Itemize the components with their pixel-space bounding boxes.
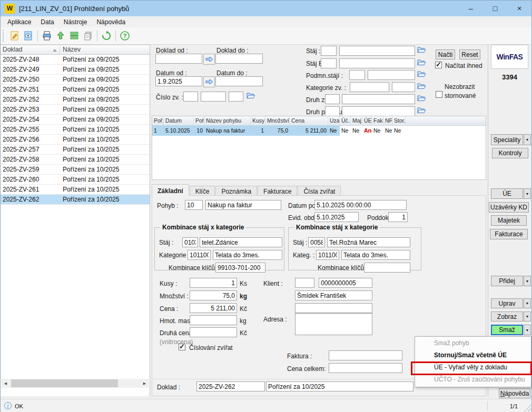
pohyb-name-input[interactable] — [205, 200, 281, 210]
doc-list-row[interactable]: 2025-ZV-258 Pořízení za 10/2025 — [1, 155, 150, 165]
doklad-od-input[interactable] — [155, 54, 202, 64]
klient-number-input[interactable] — [319, 278, 372, 288]
maximize-button[interactable]: □ — [483, 1, 507, 16]
nezobrazit-stornovane-checkbox[interactable] — [436, 91, 442, 98]
datum-do-input[interactable] — [215, 76, 263, 86]
grid-col-stor[interactable]: Stor. — [392, 116, 406, 125]
kategorie-right-name-input[interactable] — [341, 250, 410, 260]
doc-list-row[interactable]: 2025-ZV-257 Pořízení za 10/2025 — [1, 145, 150, 155]
faktura-input[interactable] — [329, 350, 402, 360]
klient-code-input[interactable] — [295, 278, 314, 288]
doc-list-row[interactable]: 2025-ZV-254 Pořízení za 09/2025 — [1, 115, 150, 125]
kombinace-klicu-right-input[interactable] — [364, 263, 410, 273]
kategorie-left-code-input[interactable] — [188, 250, 211, 260]
view-document-icon[interactable] — [22, 29, 35, 43]
doc-list-row[interactable]: 2025-ZV-249 Pořízení za 09/2025 — [1, 65, 150, 75]
menu-item[interactable]: Nástroje — [59, 17, 92, 27]
copy-datum-od-to-do-icon[interactable] — [203, 76, 215, 87]
smaz-dropdown-icon[interactable]: ▼ — [524, 325, 531, 335]
doklad-do-input[interactable] — [215, 54, 263, 64]
pridej-button[interactable]: Přidej — [491, 276, 523, 286]
grid-col-poh[interactable]: Poh. — [194, 116, 204, 125]
podmn-name-input[interactable] — [368, 70, 415, 80]
grid-col-cena[interactable]: Cena — [290, 116, 328, 125]
copy-icon[interactable] — [81, 29, 95, 43]
column-header-nazev[interactable]: Název — [60, 45, 150, 54]
kategorie-right-code-input[interactable] — [316, 250, 339, 260]
export-up-icon[interactable] — [54, 29, 67, 43]
cena-input[interactable] — [190, 303, 237, 313]
close-button[interactable]: × — [507, 1, 531, 16]
grid-col-nazev-pohybu[interactable]: Název pohybu — [204, 116, 251, 125]
horizontal-scrollbar[interactable]: ◀ ▶ — [1, 379, 149, 388]
klient-line3-input[interactable] — [295, 303, 372, 313]
tab[interactable]: Fakturace — [258, 186, 297, 196]
pohyb-code-input[interactable] — [185, 200, 203, 210]
majetek-button[interactable]: Majetek — [491, 215, 527, 226]
staj-b-name-input[interactable] — [339, 58, 415, 68]
scroll-right-icon[interactable]: ▶ — [140, 379, 149, 388]
grid-col-uc[interactable]: Úč. — [340, 116, 351, 125]
podmn-lookup-folder-icon[interactable] — [417, 71, 427, 78]
kategorie-left-name-input[interactable] — [213, 250, 282, 260]
doc-list-row[interactable]: 2025-ZV-251 Pořízení za 09/2025 — [1, 85, 150, 95]
doc-list-row[interactable]: 2025-ZV-250 Pořízení za 09/2025 — [1, 75, 150, 85]
staj-left-code-input[interactable] — [182, 237, 198, 247]
menu-item[interactable]: Aplikace — [3, 17, 36, 27]
reset-button[interactable]: Reset — [459, 49, 480, 59]
staj-code-input[interactable] — [321, 46, 337, 56]
context-menu-item[interactable]: ÚČTO - Zruš zaúčtování pohybu — [415, 374, 531, 386]
menu-item[interactable]: Data — [36, 17, 58, 27]
context-menu-item[interactable]: Stornuj/Smaž včetně ÚE — [415, 349, 531, 361]
kombinace-klicu-left-input[interactable] — [215, 263, 265, 273]
cislovani-zvirat-checkbox[interactable] — [179, 344, 185, 350]
resize-grip[interactable] — [524, 405, 531, 411]
context-menu-item[interactable]: Smaž pohyb — [415, 337, 531, 349]
nacitat-ihned-checkbox[interactable] — [435, 62, 442, 68]
druh-zv-lookup-folder-icon[interactable] — [417, 95, 427, 103]
fakturace-button[interactable]: Fakturace — [490, 229, 528, 239]
staj-left-name-input[interactable] — [200, 237, 282, 247]
doc-list-row[interactable]: 2025-ZV-248 Pořízení za 09/2025 — [1, 55, 150, 65]
tab[interactable]: Základní — [152, 184, 189, 196]
staj-right-code-input[interactable] — [308, 237, 325, 247]
doc-list-row[interactable]: 2025-ZV-255 Pořízení za 10/2025 — [1, 125, 150, 135]
kategorie-code-input[interactable] — [350, 82, 389, 92]
list-view-icon[interactable] — [67, 29, 81, 43]
kontroly-button[interactable]: Kontroly — [492, 148, 528, 158]
cena-celkem-input[interactable] — [329, 363, 402, 373]
zobraz-button[interactable]: Zobraz — [491, 311, 523, 321]
tab[interactable]: Klíče — [190, 186, 215, 196]
klient-name-input[interactable] — [295, 290, 372, 300]
grid-col-kusy[interactable]: Kusy — [251, 116, 265, 125]
podmn-code-input[interactable] — [349, 70, 365, 80]
speciality-dropdown-icon[interactable]: ▼ — [524, 134, 531, 145]
hmot-masa-input[interactable] — [190, 315, 237, 325]
cislo-zv-input-1[interactable] — [183, 92, 198, 102]
speciality-button[interactable]: Speciality — [491, 134, 523, 145]
druh-pohybu-lookup-folder-icon[interactable] — [417, 107, 427, 115]
edit-document-icon[interactable] — [8, 29, 22, 43]
grid-col-np[interactable]: NP — [383, 116, 392, 125]
copy-od-to-do-icon[interactable] — [203, 54, 215, 65]
column-header-doklad[interactable]: Doklad — [1, 45, 60, 54]
doc-list-row[interactable]: 2025-ZV-260 Pořízení za 10/2025 — [1, 175, 150, 185]
ue-button[interactable]: ÚE — [491, 188, 523, 199]
staj-b-code-input[interactable] — [321, 58, 337, 68]
poddoklad-input[interactable] — [388, 212, 408, 222]
minimize-button[interactable]: – — [459, 1, 483, 16]
scrollbar-thumb[interactable] — [11, 379, 118, 387]
druh-pohybu-name-input[interactable] — [342, 106, 415, 116]
grid-col-datum[interactable]: Datum — [164, 116, 194, 125]
staj-lookup-folder-icon[interactable] — [417, 46, 427, 54]
doc-list-row[interactable]: 2025-ZV-262 Pořízení za 10/2025 — [1, 195, 150, 205]
scroll-left-icon[interactable]: ◀ — [1, 379, 10, 388]
doc-list-row[interactable]: 2025-ZV-259 Pořízení za 10/2025 — [1, 165, 150, 175]
druh-zv-code-input[interactable] — [325, 94, 340, 104]
zobraz-dropdown-icon[interactable]: ▼ — [524, 311, 531, 321]
grid-row-selected[interactable]: 1 5.10.2025 10 Nakup na faktur 1 75,0 5 … — [152, 126, 486, 136]
print-icon[interactable] — [40, 29, 54, 43]
grid-col-por[interactable]: Poř. — [152, 116, 164, 125]
mnozstvi-input[interactable] — [190, 290, 237, 300]
druha-cena-input[interactable] — [190, 327, 237, 337]
